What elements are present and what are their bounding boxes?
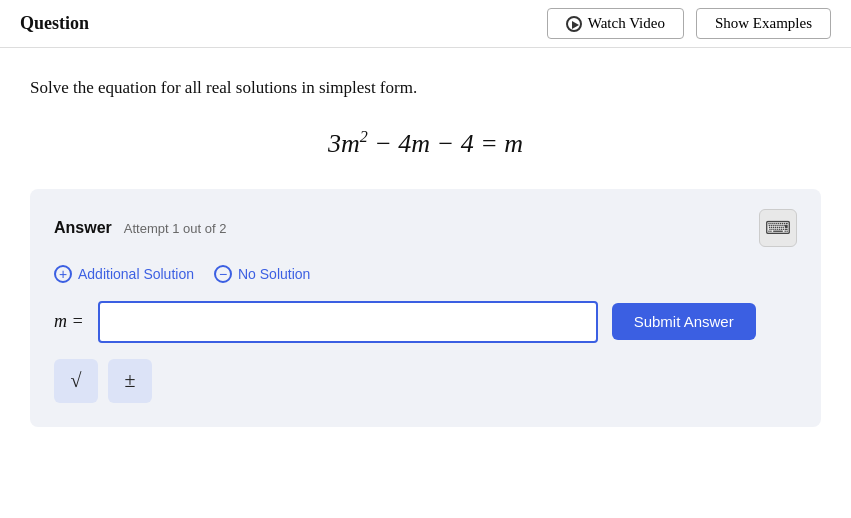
sqrt-symbol: √ [71,369,82,392]
question-instruction: Solve the equation for all real solution… [30,78,821,98]
solution-controls: + Additional Solution − No Solution [54,265,797,283]
plus-circle-icon: + [54,265,72,283]
submit-answer-button[interactable]: Submit Answer [612,303,756,340]
answer-box: Answer Attempt 1 out of 2 ⌨ + Additional… [30,189,821,427]
symbol-row: √ ± [54,359,797,403]
page-header: Question Watch Video Show Examples [0,0,851,48]
plusminus-button[interactable]: ± [108,359,152,403]
watch-video-label: Watch Video [588,15,665,32]
input-variable-label: m = [54,311,84,332]
show-examples-button[interactable]: Show Examples [696,8,831,39]
answer-input[interactable] [98,301,598,343]
keyboard-button[interactable]: ⌨ [759,209,797,247]
additional-solution-button[interactable]: + Additional Solution [54,265,194,283]
equation-display: 3m2 − 4m − 4 = m [30,128,821,159]
additional-solution-label: Additional Solution [78,266,194,282]
answer-header-left: Answer Attempt 1 out of 2 [54,219,226,237]
no-solution-label: No Solution [238,266,310,282]
answer-header: Answer Attempt 1 out of 2 ⌨ [54,209,797,247]
no-solution-button[interactable]: − No Solution [214,265,310,283]
answer-label: Answer [54,219,112,236]
keyboard-icon: ⌨ [765,217,791,239]
plusminus-symbol: ± [125,369,136,392]
main-content: Solve the equation for all real solution… [0,48,851,447]
watch-video-button[interactable]: Watch Video [547,8,684,39]
submit-label: Submit Answer [634,313,734,330]
play-icon [566,16,582,32]
page-title: Question [20,13,535,34]
show-examples-label: Show Examples [715,15,812,32]
minus-circle-icon: − [214,265,232,283]
answer-input-row: m = Submit Answer [54,301,797,343]
sqrt-button[interactable]: √ [54,359,98,403]
attempt-text: Attempt 1 out of 2 [124,221,227,236]
